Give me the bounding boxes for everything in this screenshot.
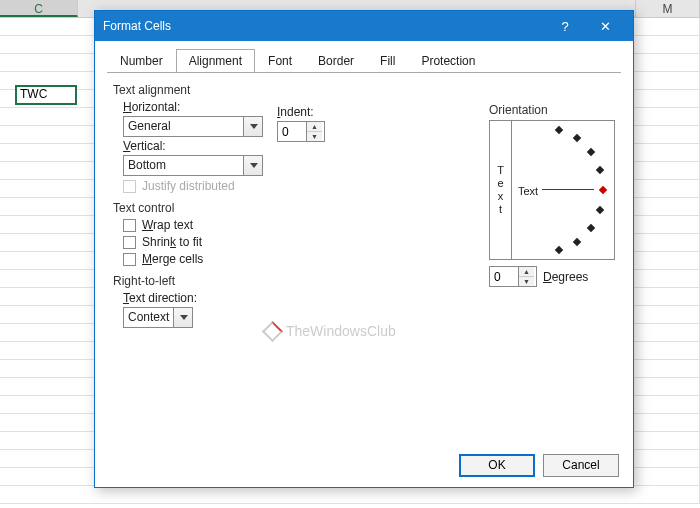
help-button[interactable]: ? (545, 11, 585, 41)
tab-font[interactable]: Font (255, 49, 305, 73)
dialog-title: Format Cells (103, 19, 545, 33)
format-cells-dialog: Format Cells ? ✕ Number Alignment Font B… (94, 10, 634, 488)
degrees-up-icon[interactable]: ▲ (519, 267, 534, 277)
tab-fill[interactable]: Fill (367, 49, 408, 73)
dialog-tabs: Number Alignment Font Border Fill Protec… (95, 41, 633, 73)
indent-input[interactable] (278, 124, 306, 140)
watermark-icon (262, 320, 283, 341)
cancel-button[interactable]: Cancel (543, 454, 619, 477)
indent-spinner[interactable]: ▲▼ (277, 121, 325, 142)
tab-alignment[interactable]: Alignment (176, 49, 255, 73)
selected-cell[interactable]: TWC (16, 86, 76, 104)
dialog-titlebar: Format Cells ? ✕ (95, 11, 633, 41)
degrees-label: Degrees (543, 270, 588, 284)
indent-down-icon[interactable]: ▼ (307, 132, 322, 141)
dialog-footer: OK Cancel (95, 443, 633, 487)
ok-button[interactable]: OK (459, 454, 535, 477)
tab-protection[interactable]: Protection (408, 49, 488, 73)
orientation-vertical-text[interactable]: Text (490, 121, 512, 259)
vertical-label: Vertical: (123, 139, 166, 153)
orientation-text-label: Text (518, 185, 538, 197)
text-alignment-section: Text alignment (113, 83, 615, 97)
vertical-combo[interactable]: Bottom (123, 155, 263, 176)
text-direction-label: Text direction: (123, 291, 197, 305)
tab-border[interactable]: Border (305, 49, 367, 73)
indent-up-icon[interactable]: ▲ (307, 122, 322, 132)
orientation-control[interactable]: Text Text (489, 120, 615, 260)
watermark: TheWindowsClub (265, 323, 396, 339)
degrees-input[interactable] (490, 269, 518, 285)
degrees-spinner[interactable]: ▲▼ (489, 266, 537, 287)
horizontal-combo[interactable]: General (123, 116, 263, 137)
orientation-section: Orientation (489, 103, 615, 117)
degrees-down-icon[interactable]: ▼ (519, 277, 534, 286)
horizontal-label: Horizontal: (123, 100, 180, 114)
indent-label: Indent: (277, 105, 325, 119)
tab-number[interactable]: Number (107, 49, 176, 73)
close-button[interactable]: ✕ (585, 11, 625, 41)
column-header-c[interactable]: C (0, 0, 78, 17)
column-header-m[interactable]: M (636, 0, 700, 17)
text-direction-combo[interactable]: Context (123, 307, 193, 328)
